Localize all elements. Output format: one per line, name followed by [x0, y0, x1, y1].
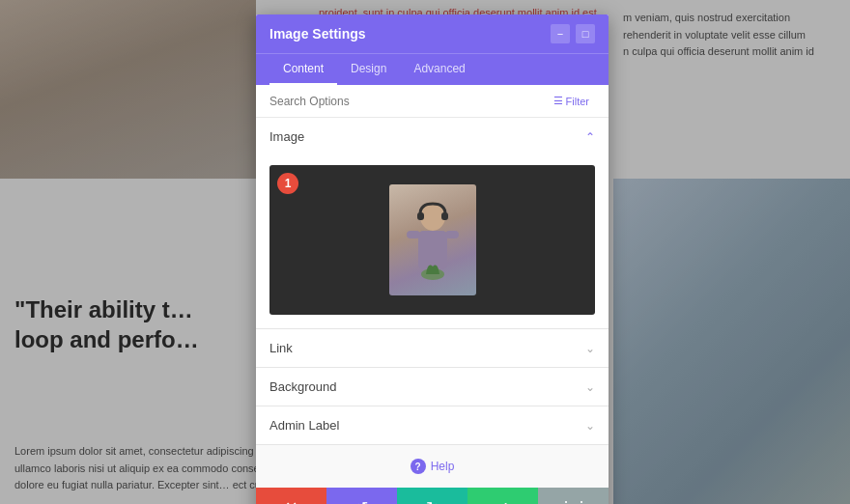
reset-icon: ↺ — [355, 498, 368, 505]
image-section-arrow: ⌃ — [585, 130, 595, 144]
link-section-header[interactable]: Link ⌄ — [256, 329, 609, 367]
panel-expand-button[interactable]: □ — [576, 24, 595, 43]
image-preview — [389, 184, 476, 295]
link-section: Link ⌄ — [256, 329, 609, 368]
background-section: Background ⌄ — [256, 368, 609, 406]
svg-rect-3 — [418, 231, 447, 269]
image-settings-panel: Image Settings − □ Content Design Advanc… — [256, 14, 609, 504]
image-section: Image ⌃ 1 — [256, 118, 609, 329]
filter-button[interactable]: ☰ Filter — [548, 93, 595, 109]
panel-header: Image Settings − □ — [256, 14, 609, 53]
drag-button[interactable]: ⋮⋮ — [538, 488, 609, 504]
save-icon: ✓ — [496, 498, 509, 505]
admin-label-section-header[interactable]: Admin Label ⌄ — [256, 406, 609, 444]
panel-toolbar: ✕ ↺ ↻ ✓ ⋮⋮ — [256, 488, 609, 504]
link-section-title: Link — [269, 341, 293, 355]
tab-advanced[interactable]: Advanced — [400, 54, 478, 85]
filter-label: Filter — [566, 96, 589, 107]
refresh-button[interactable]: ↻ — [397, 488, 468, 504]
admin-label-section-title: Admin Label — [269, 418, 339, 433]
svg-rect-4 — [407, 231, 420, 238]
help-label: Help — [431, 460, 455, 473]
refresh-icon: ↻ — [426, 498, 439, 505]
link-section-arrow: ⌄ — [585, 342, 595, 355]
cancel-icon: ✕ — [285, 498, 298, 505]
tab-design[interactable]: Design — [337, 54, 400, 85]
image-section-header[interactable]: Image ⌃ — [256, 118, 609, 155]
background-section-arrow: ⌄ — [585, 380, 595, 394]
search-input[interactable] — [269, 95, 548, 108]
tab-content[interactable]: Content — [269, 54, 337, 85]
preview-person-svg — [399, 199, 467, 295]
admin-label-section: Admin Label ⌄ — [256, 406, 609, 445]
reset-button[interactable]: ↺ — [326, 488, 397, 504]
svg-rect-5 — [445, 231, 459, 238]
panel-minimize-button[interactable]: − — [551, 24, 570, 43]
help-button[interactable]: ? Help — [411, 459, 455, 474]
help-icon: ? — [411, 459, 426, 474]
panel-header-actions: − □ — [551, 24, 595, 43]
svg-rect-2 — [441, 212, 448, 220]
search-bar: ☰ Filter — [256, 85, 609, 118]
background-section-title: Background — [269, 379, 336, 394]
filter-icon: ☰ — [553, 95, 563, 107]
image-badge: 1 — [277, 173, 298, 194]
background-section-header[interactable]: Background ⌄ — [256, 368, 609, 406]
panel-title: Image Settings — [269, 26, 366, 42]
svg-rect-1 — [417, 212, 424, 220]
image-section-title: Image — [269, 129, 304, 144]
help-section: ? Help — [256, 445, 609, 488]
drag-icon: ⋮⋮ — [558, 498, 589, 505]
image-section-content: 1 — [256, 155, 609, 328]
admin-label-section-arrow: ⌄ — [585, 419, 595, 433]
panel-tabs: Content Design Advanced — [256, 53, 609, 85]
panel-body: Image ⌃ 1 — [256, 118, 609, 488]
save-button[interactable]: ✓ — [468, 488, 538, 504]
cancel-button[interactable]: ✕ — [256, 488, 326, 504]
image-preview-container[interactable]: 1 — [269, 165, 595, 315]
